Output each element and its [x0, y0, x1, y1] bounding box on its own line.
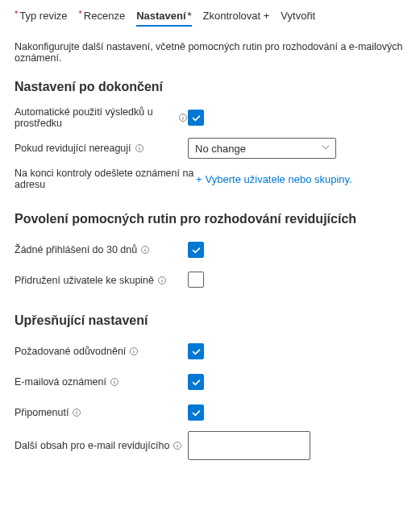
required-asterisk: *	[79, 9, 82, 19]
tab-label: Typ revize	[19, 10, 67, 22]
section-completion-settings: Nastavení po dokončení	[15, 80, 405, 94]
label-no-signin-30d: Žádné přihlášení do 30 dnů	[15, 244, 137, 255]
svg-point-11	[162, 278, 163, 279]
select-no-response[interactable]: No change	[188, 138, 336, 159]
checkbox-group-affiliation[interactable]	[188, 272, 204, 288]
required-asterisk: *	[15, 9, 18, 19]
section-decision-helpers: Povolení pomocných rutin pro rozhodování…	[15, 212, 405, 226]
tab-label: Zkontrolovat +	[203, 10, 270, 22]
tab-settings[interactable]: Nastavení*	[136, 6, 191, 27]
checkbox-auto-apply[interactable]	[188, 110, 204, 126]
svg-point-23	[177, 443, 178, 444]
label-no-response: Pokud revidující nereagují	[15, 143, 131, 154]
plus-icon: +	[196, 173, 202, 185]
label-email-notifications: E-mailová oznámení	[15, 376, 106, 388]
svg-point-2	[183, 115, 184, 116]
info-icon[interactable]	[129, 346, 139, 356]
tab-check-create[interactable]: Zkontrolovat +	[203, 6, 270, 27]
info-icon[interactable]	[178, 113, 188, 122]
info-icon[interactable]	[157, 276, 167, 285]
label-notify-end: Na konci kontroly odešlete oznámení na a…	[15, 168, 196, 190]
tab-reviews[interactable]: *Recenze	[79, 6, 126, 27]
checkbox-no-signin-30d[interactable]	[188, 242, 204, 258]
label-reminders: Připomenutí	[15, 407, 69, 418]
checkbox-email-notifications[interactable]	[188, 374, 204, 390]
people-picker-label: Vyberte uživatele nebo skupiny.	[206, 173, 352, 185]
input-additional-email-content[interactable]	[188, 431, 310, 460]
tab-label: Recenze	[84, 10, 125, 22]
svg-point-17	[114, 380, 115, 380]
section-advanced-settings: Upřesňující nastavení	[15, 313, 405, 328]
page-description: Nakonfigurujte další nastavení, včetně p…	[15, 41, 405, 64]
svg-point-5	[139, 146, 139, 147]
svg-point-8	[145, 247, 146, 248]
info-icon[interactable]	[110, 377, 119, 387]
label-auto-apply: Automatické použití výsledků u prostředk…	[15, 106, 175, 129]
asterisk-mark: *	[188, 10, 192, 22]
tab-label: Nastavení	[136, 10, 185, 22]
checkbox-justification[interactable]	[188, 343, 204, 359]
people-picker[interactable]: + Vyberte uživatele nebo skupiny.	[196, 173, 405, 185]
tab-create[interactable]: Vytvořit	[281, 6, 315, 27]
info-icon[interactable]	[140, 245, 150, 255]
chevron-down-icon	[321, 143, 331, 155]
tab-review-type[interactable]: *Typ revize	[15, 6, 68, 27]
label-justification: Požadované odůvodnění	[15, 346, 126, 357]
checkbox-reminders[interactable]	[188, 404, 204, 421]
info-icon[interactable]	[135, 143, 144, 153]
info-icon[interactable]	[173, 441, 182, 450]
info-icon[interactable]	[72, 408, 81, 417]
svg-point-20	[77, 410, 77, 411]
svg-point-14	[134, 349, 135, 350]
label-group-affiliation: Přidružení uživatele ke skupině	[15, 275, 154, 286]
select-value: No change	[195, 143, 246, 155]
tab-label: Vytvořit	[281, 10, 315, 22]
label-additional-email-content: Další obsah pro e-mail revidujícího	[15, 440, 169, 451]
wizard-tabs: *Typ revize *Recenze Nastavení* Zkontrol…	[15, 6, 405, 30]
